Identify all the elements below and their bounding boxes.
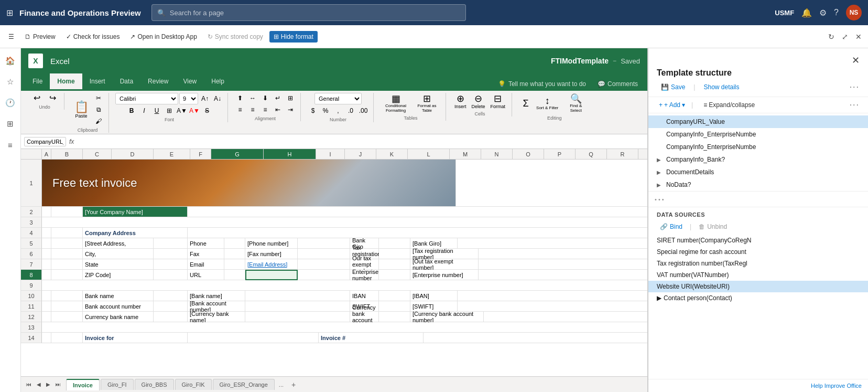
cell-14a[interactable] (42, 333, 51, 343)
tab-file[interactable]: File (25, 73, 50, 91)
italic-button[interactable]: I (138, 105, 150, 116)
cell-6e[interactable]: Fax (188, 249, 224, 259)
sidebar-grid-icon[interactable]: ⊞ (2, 115, 19, 132)
cell-11b[interactable] (51, 301, 83, 312)
save-button[interactable]: 💾 Save (657, 82, 689, 92)
col-header-c[interactable]: C (83, 149, 112, 160)
col-header-p[interactable]: P (544, 149, 576, 160)
align-center-button[interactable]: ≡ (247, 104, 258, 115)
ds-item-tax-reg[interactable]: Tax registration number(TaxRegl (648, 258, 868, 269)
cell-6a[interactable] (42, 249, 51, 259)
row-num-7[interactable]: 7 (21, 259, 42, 270)
formula-input[interactable] (77, 138, 644, 145)
cell-10c[interactable]: Bank name (83, 291, 154, 301)
border-button[interactable]: ⊞ (164, 105, 175, 116)
comments-button[interactable]: 💬 Comments (592, 77, 643, 91)
col-header-f[interactable]: F (190, 149, 211, 160)
cell-7e[interactable]: Email (188, 259, 224, 270)
cell-reference-input[interactable] (24, 137, 66, 146)
sheet-tab-giro-esr[interactable]: Giro_ESR_Orange (213, 379, 275, 390)
hide-format-button[interactable]: ⊞ Hide format (269, 31, 318, 43)
format-as-table-button[interactable]: ⊞ Format as Table (413, 93, 441, 114)
col-header-n[interactable]: N (481, 149, 513, 160)
cell-8c[interactable]: ZIP Code] (83, 270, 154, 280)
cell-4a[interactable] (42, 228, 51, 238)
row-num-9[interactable]: 9 (21, 280, 42, 291)
cell-7b[interactable] (51, 259, 83, 270)
cell-5e[interactable]: Phone (188, 238, 224, 249)
sheet-tab-giro-bbs[interactable]: Giro_BBS (135, 379, 174, 390)
row-num-13[interactable]: 13 (21, 322, 42, 333)
currency-button[interactable]: $ (307, 105, 319, 116)
sheet-tab-giro-fik[interactable]: Giro_FIK (175, 379, 212, 390)
thousands-button[interactable]: , (332, 105, 344, 116)
row-num-1[interactable]: 1 (21, 160, 42, 207)
cell-7g[interactable]: [Email Address] (245, 259, 298, 270)
cell-6j[interactable] (379, 249, 410, 259)
sheet-nav-first[interactable]: ⏮ (24, 380, 34, 388)
tab-insert[interactable]: Insert (82, 73, 113, 91)
cell-6c[interactable]: City, (83, 249, 154, 259)
cell-5c[interactable]: [Street Address, (83, 238, 154, 249)
cell-14c-invoice-for[interactable]: Invoice for (83, 333, 188, 343)
tree-item-companyinfo-bank[interactable]: ▶ CompanyInfo_Bank? (648, 153, 868, 166)
show-details-button[interactable]: Show details (699, 82, 743, 92)
increase-font-button[interactable]: A↑ (199, 93, 211, 104)
tab-data[interactable]: Data (113, 73, 140, 91)
row-num-12[interactable]: 12 (21, 312, 42, 322)
sheet-nav-last[interactable]: ⏭ (53, 380, 63, 388)
cell-6g[interactable]: [Fax number] (245, 249, 298, 259)
row-num-11[interactable]: 11 (21, 301, 42, 312)
undo-button[interactable]: ↩ (29, 93, 44, 103)
cell-8j[interactable] (379, 270, 410, 280)
cell-2c-company[interactable]: [Your Company Name] (83, 207, 188, 217)
align-left-button[interactable]: ≡ (234, 104, 246, 115)
row-num-14[interactable]: 14 (21, 333, 42, 343)
cell-8d[interactable] (154, 270, 188, 280)
col-header-e[interactable]: E (154, 149, 190, 160)
help-improve-label[interactable]: Help Improve Office (811, 383, 862, 389)
sync-button[interactable]: ↻ Sync stored copy (203, 31, 267, 43)
cell-5a[interactable] (42, 238, 51, 249)
row-num-6[interactable]: 6 (21, 249, 42, 259)
insert-button[interactable]: ⊕ Insert (452, 93, 469, 110)
col-header-o[interactable]: O (513, 149, 544, 160)
cell-10a[interactable] (42, 291, 51, 301)
add-button[interactable]: + + Add ▾ (657, 100, 687, 110)
merge-button[interactable]: ⊞ (285, 93, 296, 103)
font-family-select[interactable]: Calibri (115, 93, 178, 104)
gear-icon[interactable]: ⚙ (819, 8, 827, 18)
strikethrough-button[interactable]: S (201, 105, 213, 116)
tab-help[interactable]: Help (204, 73, 232, 91)
col-header-i[interactable]: I (316, 149, 345, 160)
col-header-m[interactable]: M (450, 149, 481, 160)
cell-14g-invoice-hash[interactable]: Invoice # (319, 333, 424, 343)
conditional-formatting-button[interactable]: ▦ Conditional Formatting (380, 93, 411, 114)
cell-5j[interactable] (379, 238, 410, 249)
close-button[interactable]: ✕ (853, 30, 864, 43)
format-painter-button[interactable]: 🖌 (93, 116, 104, 126)
sheet-tab-giro-fi[interactable]: Giro_FI (101, 379, 134, 390)
paste-button[interactable]: 📋 Paste (71, 100, 92, 120)
cell-7d[interactable] (154, 259, 188, 270)
cell-12b[interactable] (51, 312, 83, 322)
tree-item-nodata[interactable]: ▶ NoData? (648, 178, 868, 191)
underline-button[interactable]: U (151, 105, 162, 116)
cell-5g[interactable]: [Phone number] (245, 238, 298, 249)
cell-10i[interactable] (379, 291, 410, 301)
help-icon[interactable]: ? (834, 8, 839, 17)
tab-view[interactable]: View (176, 73, 204, 91)
cell-8a[interactable] (42, 270, 51, 280)
cell-8f[interactable] (224, 270, 245, 280)
ds-item-contact[interactable]: ▶ Contact person(Contact) (648, 292, 868, 304)
cell-8e[interactable]: URL (188, 270, 224, 280)
cell-10fg[interactable] (245, 291, 350, 301)
cell-12e[interactable]: [Currency bank name] (188, 312, 245, 322)
decrease-decimal-button[interactable]: .00 (357, 105, 369, 116)
align-top-button[interactable]: ⬆ (234, 93, 246, 103)
cell-2b[interactable] (51, 207, 83, 217)
collapse-sidebar-button[interactable]: ☰ (4, 31, 18, 43)
search-bar[interactable]: 🔍 Search for a page (151, 4, 466, 21)
cell-10d[interactable] (154, 291, 188, 301)
tab-home[interactable]: Home (50, 73, 82, 91)
